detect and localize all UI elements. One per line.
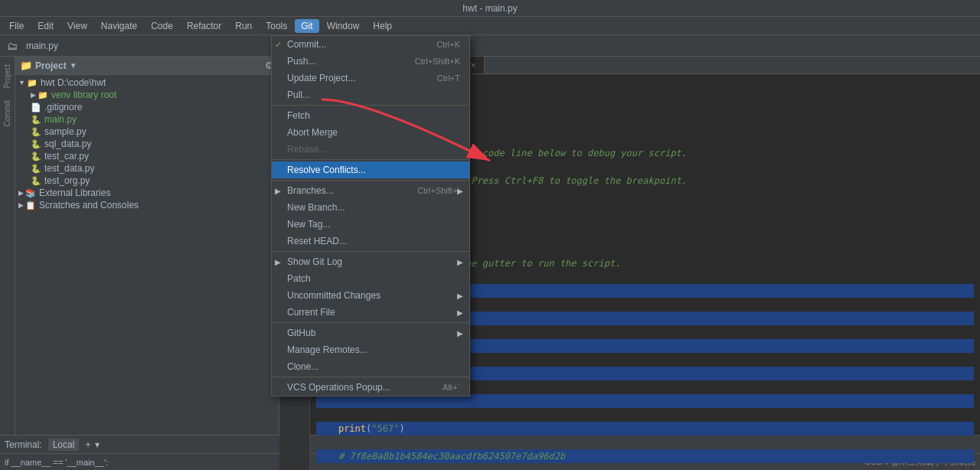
menu-git[interactable]: Git [295,19,318,33]
project-folder-icon: 📁 [20,60,32,71]
tree-label-testdata: test_data.py [44,163,94,174]
menu-rebase-label: Rebase... [287,144,326,155]
sep-2 [272,159,469,160]
menu-show-git-log[interactable]: ▶ Show Git Log ▶ [272,253,469,270]
menu-current-file-label: Current File [287,307,335,318]
menu-clone-label: Clone... [287,361,318,372]
menu-resolve-label: Resolve Conflicts... [287,165,366,175]
tab-testcar-close[interactable]: ✕ [470,61,476,70]
menu-rebase: Rebase... [272,141,469,158]
tree-arrow-scratches: ▶ [18,201,24,209]
file-icon-sample: 🐍 [31,127,41,137]
terminal-label: Terminal: [5,439,42,450]
vtab-commit[interactable]: Commit [2,97,13,129]
menu-uncommitted-label: Uncommitted Changes [287,290,381,301]
main-area: Project Commit 📁 Project ▼ ⚙ ▼ 📁 hwt D:\… [0,57,980,435]
tree-item-venv[interactable]: ▶ 📁 venv library root [28,89,279,101]
menu-fetch[interactable]: Fetch [272,107,469,124]
gitlog-arrow-icon: ▶ [457,258,463,266]
menu-tools[interactable]: Tools [260,19,293,33]
menu-clone[interactable]: Clone... [272,358,469,375]
menu-code[interactable]: Code [145,19,179,33]
terminal-tab[interactable]: Local [48,439,80,451]
tree-item-gitignore[interactable]: 📄 .gitignore [28,101,279,113]
menu-update-label: Update Project... [287,73,355,83]
tree-label-venv: venv library root [51,90,116,100]
menu-pull[interactable]: Pull... [272,86,469,103]
tree-item-testorg[interactable]: 🐍 test_org.py [28,175,279,187]
menu-push[interactable]: Push... Ctrl+Shift+K [272,53,469,70]
toolbar: 🗂 main.py [0,35,980,57]
menu-vcs-label: VCS Operations Popup... [287,382,390,393]
tree-arrow-venv: ▶ [31,91,36,99]
menu-branches-label: Branches... [287,185,334,196]
menu-commit-shortcut: Ctrl+K [421,40,460,49]
tree-item-extlib[interactable]: ▶ 📚 External Libraries [15,187,279,199]
file-icon-testcar: 🐍 [31,152,41,162]
project-title: Project [35,60,67,71]
tree-item-hwt[interactable]: ▼ 📁 hwt D:\code\hwt [15,77,279,89]
menu-file[interactable]: File [3,19,30,33]
menu-navigate[interactable]: Navigate [95,19,143,33]
menu-update-project[interactable]: Update Project... Ctrl+T [272,70,469,86]
terminal-dropdown-icon[interactable]: ▾ [95,439,100,450]
gitlog-submenu-icon: ▶ [275,258,281,266]
menu-refactor[interactable]: Refactor [181,19,227,33]
menu-commit[interactable]: ✓ Commit... Ctrl+K [272,36,469,53]
sep-3 [272,180,469,181]
menu-uncommitted[interactable]: Uncommitted Changes ▶ [272,287,469,304]
tree-item-sample[interactable]: 🐍 sample.py [28,126,279,138]
menu-github[interactable]: GitHub ▶ [272,325,469,341]
project-tree: ▼ 📁 hwt D:\code\hwt ▶ 📁 venv library roo… [15,75,279,435]
vtab-project[interactable]: Project [2,61,13,91]
file-icon-main: 🐍 [31,115,41,125]
title-text: hwt - main.py [462,3,517,14]
uncommitted-arrow-icon: ▶ [457,292,463,300]
sep-6 [272,377,469,377]
menu-run[interactable]: Run [229,19,258,33]
menu-gitlog-label: Show Git Log [287,256,342,267]
menu-manage-remotes-label: Manage Remotes... [287,344,368,355]
menu-current-file[interactable]: Current File ▶ [272,304,469,321]
menu-new-branch[interactable]: New Branch... [272,199,469,216]
menu-edit[interactable]: Edit [31,19,60,33]
project-icon: 🗂 [5,38,20,54]
menu-pull-label: Pull... [287,90,310,100]
menu-patch[interactable]: Patch [272,270,469,287]
menu-branches[interactable]: ▶ Branches... Ctrl+Shift+` ▶ [272,182,469,199]
terminal-add-icon[interactable]: + [85,439,90,450]
menu-abort-label: Abort Merge [287,127,338,138]
tree-item-sql[interactable]: 🐍 sql_data.py [28,138,279,150]
menu-reset-head[interactable]: Reset HEAD... [272,233,469,250]
project-dropdown-icon[interactable]: ▼ [70,61,77,70]
menu-help[interactable]: Help [367,19,398,33]
tree-label-sql: sql_data.py [44,139,91,149]
tree-label-scratches: Scratches and Consoles [39,200,139,211]
git-dropdown-wrapper: ✓ Commit... Ctrl+K Push... Ctrl+Shift+K … [271,35,470,397]
menu-bar: File Edit View Navigate Code Refactor Ru… [0,17,980,35]
menu-abort-merge[interactable]: Abort Merge [272,124,469,141]
menu-window[interactable]: Window [321,19,366,33]
tree-arrow-extlib: ▶ [18,189,24,197]
tree-label-main: main.py [44,114,77,125]
tree-label-hwt: hwt D:\code\hwt [41,77,106,88]
tree-item-testdata[interactable]: 🐍 test_data.py [28,162,279,175]
menu-new-tag[interactable]: New Tag... [272,216,469,233]
tree-item-testcar[interactable]: 🐍 test_car.py [28,150,279,162]
menu-manage-remotes[interactable]: Manage Remotes... [272,341,469,358]
sep-5 [272,322,469,323]
folder-icon-venv: 📁 [38,90,48,100]
project-header: 📁 Project ▼ ⚙ [15,57,279,75]
menu-new-tag-label: New Tag... [287,219,330,230]
menu-view[interactable]: View [61,19,93,33]
file-icon-testdata: 🐍 [31,164,41,174]
menu-push-label: Push... [287,56,315,67]
tree-item-scratches[interactable]: ▶ 📋 Scratches and Consoles [15,199,279,211]
menu-commit-label: Commit... [287,39,326,50]
file-icon-testorg: 🐍 [31,176,41,186]
tree-item-main[interactable]: 🐍 main.py [28,113,279,126]
menu-vcs-ops[interactable]: VCS Operations Popup... Alt+` [272,379,469,396]
tree-label-extlib: External Libraries [39,188,110,198]
menu-github-label: GitHub [287,328,315,338]
menu-resolve-conflicts[interactable]: Resolve Conflicts... [272,162,469,178]
